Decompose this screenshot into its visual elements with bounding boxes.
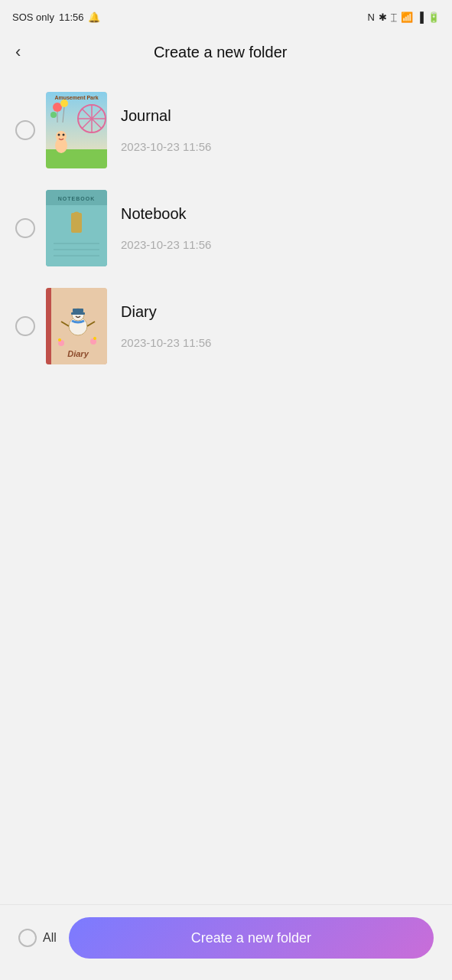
battery-icon: 🔋 [428,11,440,23]
signal-icon: ▐ [417,11,424,23]
bluetooth-icon: ✱ [379,11,387,23]
wifi-icon: 📶 [401,11,413,23]
nfc-icon: N [367,11,374,23]
svg-point-14 [58,134,60,136]
svg-point-8 [50,112,57,118]
list-item[interactable]: Diary Diary 2023-10-23 11:56 [0,277,452,375]
all-radio[interactable] [18,929,37,947]
notebook-date: 2023-10-23 11:56 [121,238,211,251]
svg-rect-19 [71,219,82,233]
status-time: 11:56 [59,11,84,23]
all-checkbox[interactable]: All [18,929,57,947]
bell-icon: 🔔 [88,11,100,23]
header: ‹ Create a new folder [0,31,452,74]
status-right: N ✱ ⌶ 📶 ▐ 🔋 [367,11,440,23]
status-bar: SOS only 11:56 🔔 N ✱ ⌶ 📶 ▐ 🔋 [0,0,452,31]
svg-text:NOTEBOOK: NOTEBOOK [58,196,95,201]
back-button[interactable]: ‹ [15,41,27,64]
notebook-radio[interactable] [15,218,35,238]
journal-info: Journal 2023-10-23 11:56 [121,107,211,153]
status-left: SOS only 11:56 🔔 [12,11,100,23]
journal-cover-text: Amusement Park [46,95,107,100]
svg-rect-11 [46,149,107,168]
notebook-cover: NOTEBOOK [46,190,107,266]
diary-radio[interactable] [15,316,35,336]
svg-rect-30 [73,309,83,312]
page-title: Create a new folder [27,44,414,61]
notebook-info: Notebook 2023-10-23 11:56 [121,205,211,251]
list-item[interactable]: Amusement Park [0,81,452,179]
vibrate-icon: ⌶ [391,11,397,23]
svg-rect-25 [46,288,51,364]
journal-radio[interactable] [15,120,35,140]
diary-name: Diary [121,303,211,321]
journal-date: 2023-10-23 11:56 [121,140,211,153]
journal-cover-art [46,92,107,168]
svg-text:Diary: Diary [67,349,89,358]
diary-date: 2023-10-23 11:56 [121,336,211,349]
notebook-list: Amusement Park [0,74,452,904]
svg-rect-31 [71,312,85,315]
bottom-bar: All Create a new folder [0,904,452,980]
svg-point-15 [63,134,65,136]
diary-cover: Diary [46,288,107,364]
sos-text: SOS only [12,11,54,23]
svg-point-37 [93,337,96,340]
list-item[interactable]: NOTEBOOK Notebook 2023-10-23 11:56 [0,179,452,277]
all-label: All [43,931,57,945]
svg-point-20 [75,224,79,227]
create-folder-button[interactable]: Create a new folder [69,917,434,959]
svg-point-7 [60,100,68,107]
diary-info: Diary 2023-10-23 11:56 [121,303,211,349]
notebook-name: Notebook [121,205,211,223]
diary-cover-art: Diary [46,288,107,364]
notebook-cover-art: NOTEBOOK [46,190,107,266]
journal-name: Journal [121,107,211,125]
svg-point-35 [58,338,61,341]
journal-cover: Amusement Park [46,92,107,168]
